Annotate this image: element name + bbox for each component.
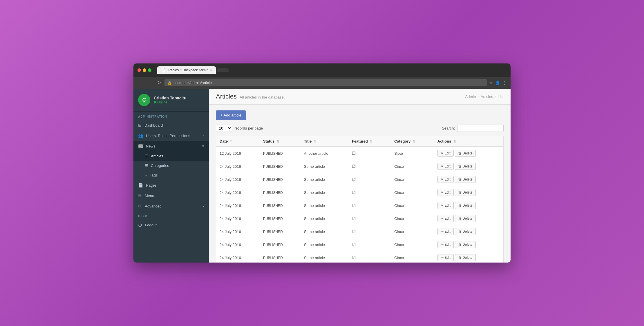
edit-button[interactable]: ✏ Edit <box>437 163 454 170</box>
maximize-button[interactable] <box>148 68 151 72</box>
inactive-tab[interactable] <box>217 68 229 72</box>
pages-icon: 📄 <box>138 183 143 187</box>
breadcrumb-articles[interactable]: Articles <box>481 94 493 99</box>
cell-category: Siete <box>391 147 434 160</box>
sort-category-icon[interactable]: ⇅ <box>413 140 415 143</box>
cell-actions: ✏ Edit 🗑 Delete <box>434 186 504 199</box>
cell-category: Cinco <box>391 173 434 186</box>
col-status[interactable]: Status ⇅ <box>260 136 301 147</box>
col-date[interactable]: Date ⇅ <box>216 136 260 147</box>
cell-status: PUBLISHED <box>260 238 301 251</box>
menu-nav-icon: ☰ <box>138 193 142 198</box>
sidebar-item-pages[interactable]: 📄 Pages <box>133 180 209 190</box>
cell-featured: ☑ <box>348 160 391 173</box>
sidebar-item-logout[interactable]: ⏻ Logout <box>133 220 209 230</box>
sidebar-item-menu[interactable]: ☰ Menu <box>133 190 209 201</box>
delete-button[interactable]: 🗑 Delete <box>455 228 476 235</box>
categories-icon: ☰ <box>145 163 149 168</box>
sidebar-item-users[interactable]: 👥 Users, Roles, Permissions ‹ <box>133 130 209 141</box>
menu-icon[interactable]: ⋮ <box>502 81 506 85</box>
user-section-label: USER <box>133 211 209 220</box>
cell-date: 24 July 2016 <box>216 225 260 238</box>
breadcrumb-sep2: › <box>495 94 496 99</box>
table-row: 24 July 2016 PUBLISHED Some article ☑ Ci… <box>216 225 504 238</box>
sidebar-item-menu-label: Menu <box>145 194 154 198</box>
app-layout: C Cristian Tabacitu Online ADMINISTRATIO… <box>133 89 511 263</box>
main-content: Articles All articles in the database. A… <box>209 89 511 263</box>
edit-button[interactable]: ✏ Edit <box>437 176 454 183</box>
close-button[interactable] <box>138 68 141 72</box>
col-title[interactable]: Title ⇅ <box>301 136 348 147</box>
back-button[interactable]: ← <box>138 80 144 86</box>
cell-date: 24 July 2016 <box>216 173 260 186</box>
breadcrumb-admin[interactable]: Admin <box>465 94 476 99</box>
edit-button[interactable]: ✏ Edit <box>437 202 454 209</box>
table-row: 24 July 2016 PUBLISHED Some article ☑ Ci… <box>216 212 504 225</box>
minimize-button[interactable] <box>143 68 146 72</box>
breadcrumb-current: List <box>498 94 504 99</box>
col-featured[interactable]: Featured ⇅ <box>348 136 391 147</box>
delete-button[interactable]: 🗑 Delete <box>455 254 476 261</box>
sort-title-icon[interactable]: ⇅ <box>314 140 316 143</box>
cell-status: PUBLISHED <box>260 199 301 212</box>
cell-actions: ✏ Edit 🗑 Delete <box>434 173 504 186</box>
cell-featured: ☑ <box>348 173 391 186</box>
sidebar-item-news[interactable]: 📰 News ∨ <box>133 141 209 151</box>
active-tab[interactable]: 📄 Articles :: Backpack Admin × <box>157 66 216 74</box>
sort-featured-icon[interactable]: ⇅ <box>370 140 372 143</box>
cell-status: PUBLISHED <box>260 147 301 160</box>
edit-button[interactable]: ✏ Edit <box>437 254 454 261</box>
forward-button[interactable]: → <box>147 80 154 86</box>
browser-toolbar: ← → ↻ 🔒 backpack/admin/article ☆ 👤 ⋮ <box>133 77 511 89</box>
delete-button[interactable]: 🗑 Delete <box>455 150 476 157</box>
records-per-page-select[interactable]: 10 25 50 100 <box>216 125 232 132</box>
add-article-button[interactable]: + Add article <box>216 110 246 120</box>
sidebar-sub-articles[interactable]: ☰ Articles <box>133 151 209 161</box>
account-icon[interactable]: 👤 <box>495 81 500 85</box>
delete-button[interactable]: 🗑 Delete <box>455 189 476 196</box>
sidebar-sub-categories[interactable]: ☰ Categories <box>133 161 209 170</box>
edit-button[interactable]: ✏ Edit <box>437 241 454 248</box>
cell-category: Cinco <box>391 212 434 225</box>
traffic-lights <box>138 68 151 72</box>
refresh-button[interactable]: ↻ <box>156 79 162 86</box>
bookmark-icon[interactable]: ☆ <box>489 81 493 85</box>
delete-button[interactable]: 🗑 Delete <box>455 176 476 183</box>
sidebar-item-advanced[interactable]: ⚙ Advanced ‹ <box>133 201 209 211</box>
cell-actions: ✏ Edit 🗑 Delete <box>434 238 504 251</box>
search-label: Search: <box>442 126 455 130</box>
delete-button[interactable]: 🗑 Delete <box>455 202 476 209</box>
edit-button[interactable]: ✏ Edit <box>437 215 454 222</box>
delete-button[interactable]: 🗑 Delete <box>455 241 476 248</box>
sidebar-item-dashboard-label: Dashboard <box>144 123 163 128</box>
cell-title: Some article <box>301 212 348 225</box>
edit-button[interactable]: ✏ Edit <box>437 228 454 235</box>
sidebar-item-dashboard[interactable]: ⊞ Dashboard <box>133 120 209 130</box>
search-input[interactable] <box>457 125 504 132</box>
cell-date: 24 July 2016 <box>216 212 260 225</box>
col-actions: Actions ⇅ <box>434 136 504 147</box>
sort-date-icon[interactable]: ⇅ <box>230 140 233 143</box>
sort-status-icon[interactable]: ⇅ <box>277 140 279 143</box>
table-row: 24 July 2016 PUBLISHED Some article ☑ Ci… <box>216 199 504 212</box>
breadcrumb: Admin › Articles › List <box>465 94 504 99</box>
cell-status: PUBLISHED <box>260 173 301 186</box>
tab-doc-icon: 📄 <box>161 68 166 72</box>
content-area: + Add article 10 25 50 100 records per p… <box>209 105 511 263</box>
sidebar-item-logout-label: Logout <box>145 223 157 227</box>
user-profile: C Cristian Tabacitu Online <box>133 89 209 112</box>
address-bar[interactable]: 🔒 backpack/admin/article <box>164 79 487 86</box>
user-name: Cristian Tabacitu <box>154 96 187 100</box>
cell-status: PUBLISHED <box>260 225 301 238</box>
col-category[interactable]: Category ⇅ <box>391 136 434 147</box>
delete-button[interactable]: 🗑 Delete <box>455 163 476 170</box>
cell-title: Some article <box>301 251 348 263</box>
tab-close-icon[interactable]: × <box>210 69 212 72</box>
sidebar-sub-tags[interactable]: ⬦ Tags <box>133 170 209 180</box>
delete-button[interactable]: 🗑 Delete <box>455 215 476 222</box>
users-arrow: ‹ <box>203 134 204 137</box>
edit-button[interactable]: ✏ Edit <box>437 150 454 157</box>
cell-status: PUBLISHED <box>260 212 301 225</box>
table-row: 24 July 2016 PUBLISHED Some article ☑ Ci… <box>216 160 504 173</box>
edit-button[interactable]: ✏ Edit <box>437 189 454 196</box>
